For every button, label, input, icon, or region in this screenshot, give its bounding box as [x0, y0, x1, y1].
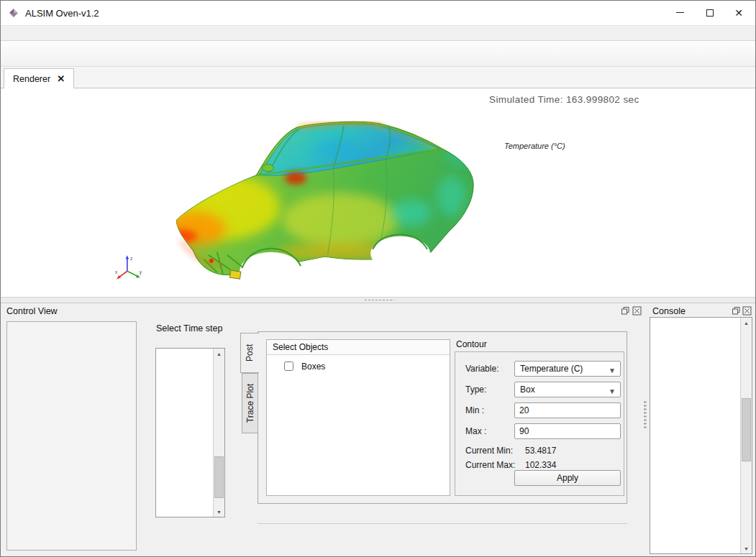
select-objects-tree: Select Objects Boxes: [266, 339, 450, 496]
min-label: Min :: [465, 405, 484, 415]
variable-dropdown[interactable]: Temperature (C) ▼: [514, 361, 621, 377]
splitter-grip: [364, 299, 394, 302]
tab-trace-plot[interactable]: Trace Plot: [242, 373, 259, 433]
control-view-panel: [6, 321, 137, 551]
current-min-value: 53.4817: [525, 446, 556, 456]
control-view-title: Control View: [6, 306, 58, 316]
svg-text:y: y: [140, 270, 142, 275]
minimize-icon: [676, 12, 684, 13]
type-value: Box: [520, 385, 535, 395]
type-dropdown[interactable]: Box ▼: [514, 382, 621, 397]
current-min-label: Current Min:: [465, 446, 513, 456]
console-float-icon[interactable]: [732, 306, 741, 316]
scroll-down-icon[interactable]: ▼: [741, 543, 752, 553]
select-objects-header: Select Objects: [267, 340, 450, 355]
time-step-scrollbar[interactable]: ▲ ▼: [213, 349, 224, 517]
contour-group-title: Contour: [456, 339, 487, 349]
renderer-tab-label: Renderer: [13, 74, 50, 84]
min-input[interactable]: [514, 402, 621, 418]
tab-trace-plot-label: Trace Plot: [246, 384, 256, 423]
time-step-list: ▲ ▼: [155, 348, 225, 517]
variable-label: Variable:: [465, 364, 498, 374]
title-bar: ALSIM Oven-v1.2 ✕: [1, 1, 755, 25]
current-max-label: Current Max:: [465, 460, 515, 470]
horizontal-splitter[interactable]: [1, 297, 755, 303]
svg-text:x: x: [115, 270, 118, 275]
chevron-down-icon: ▼: [609, 364, 616, 378]
tab-post[interactable]: Post: [240, 333, 259, 373]
type-label: Type:: [465, 385, 486, 395]
max-input[interactable]: [514, 423, 621, 439]
close-icon: ✕: [734, 7, 743, 19]
tab-close-icon[interactable]: ✕: [57, 73, 65, 84]
menu-bar: [1, 25, 755, 41]
bottom-panel: Control View Select Time step ▲ ▼ Post T…: [1, 303, 755, 556]
boxes-label: Boxes: [301, 362, 325, 372]
maximize-icon: [706, 9, 714, 17]
splitter-grip: [644, 400, 647, 429]
console-scrollbar[interactable]: ▲ ▼: [740, 318, 752, 553]
maximize-button[interactable]: [695, 1, 725, 24]
window-title: ALSIM Oven-v1.2: [25, 8, 99, 19]
tab-renderer[interactable]: Renderer ✕: [4, 68, 74, 88]
toolbar: [1, 41, 755, 67]
time-step-label: Select Time step: [156, 323, 222, 333]
scroll-thumb[interactable]: [214, 456, 224, 498]
legend-title: Temperature (°C): [504, 142, 565, 150]
svg-text:z: z: [130, 256, 132, 261]
console-close-icon[interactable]: [742, 306, 752, 316]
contour-group: Variable: Temperature (C) ▼ Type: Box ▼ …: [455, 351, 624, 496]
console-panel: ▲ ▼: [650, 317, 752, 554]
app-window: ALSIM Oven-v1.2 ✕ Renderer ✕ Simulated T…: [0, 0, 756, 557]
car-model-render: [160, 101, 495, 291]
variable-value: Temperature (C): [520, 364, 583, 374]
post-content-panel: Select Objects Boxes Contour Variable: T…: [258, 331, 627, 504]
scroll-down-icon[interactable]: ▼: [214, 507, 224, 517]
app-icon: [8, 7, 19, 19]
axis-triad-icon: z x y: [114, 252, 145, 282]
console-title: Console: [652, 306, 686, 316]
temperature-legend: Temperature (°C): [504, 142, 591, 293]
console-output: [653, 319, 739, 553]
scroll-up-icon[interactable]: ▲: [214, 349, 224, 359]
vertical-splitter[interactable]: [643, 325, 647, 548]
document-tab-bar: Renderer ✕: [1, 67, 755, 88]
tab-frame-line: [258, 523, 627, 524]
legend-values: [532, 154, 582, 276]
tab-post-label: Post: [245, 344, 255, 362]
simulated-time-label: Simulated Time: 163.999802 sec: [489, 94, 639, 105]
max-label: Max :: [465, 426, 486, 436]
apply-button[interactable]: Apply: [514, 470, 621, 486]
time-step-rows: [157, 349, 212, 516]
scroll-thumb[interactable]: [742, 398, 751, 461]
legend-colorbar: [513, 154, 527, 276]
tree-item-boxes[interactable]: Boxes: [281, 359, 450, 373]
close-button[interactable]: ✕: [724, 1, 754, 24]
current-max-value: 102.334: [525, 460, 556, 470]
chevron-down-icon: ▼: [609, 385, 616, 399]
scroll-up-icon[interactable]: ▲: [741, 318, 752, 328]
control-view-close-icon[interactable]: [632, 306, 642, 316]
boxes-checkbox[interactable]: [284, 362, 293, 371]
renderer-viewport[interactable]: Simulated Time: 163.999802 sec: [1, 88, 756, 297]
control-view-float-icon[interactable]: [621, 306, 630, 316]
minimize-button[interactable]: [665, 1, 695, 24]
